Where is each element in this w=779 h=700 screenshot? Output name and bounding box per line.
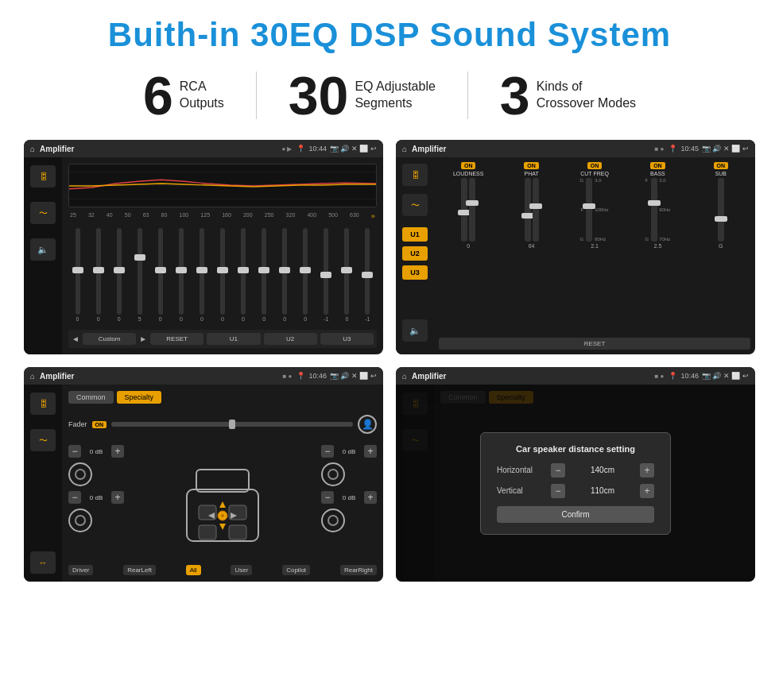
phat-on-badge[interactable]: ON: [524, 162, 539, 169]
eq-slider-13[interactable]: -1: [317, 228, 335, 322]
sub-on-badge[interactable]: ON: [714, 162, 729, 169]
screen2-eq-icon[interactable]: 🎛: [402, 164, 428, 186]
screen2-reset-btn[interactable]: RESET: [439, 338, 750, 350]
eq-slider-8[interactable]: 0: [213, 228, 231, 322]
eq-slider-11[interactable]: 0: [276, 228, 294, 322]
eq-icon-btn[interactable]: 🎛: [30, 165, 56, 188]
bass-on-badge[interactable]: ON: [650, 162, 665, 169]
stat-crossover-text: Kinds of Crossover Modes: [537, 79, 636, 112]
left-top-minus[interactable]: −: [68, 445, 81, 458]
eq-slider-6[interactable]: 0: [172, 228, 190, 322]
eq-custom-btn[interactable]: Custom: [83, 333, 136, 345]
all-btn[interactable]: All: [186, 565, 201, 575]
left-vol-top: − 0 dB +: [68, 445, 124, 458]
screen3-arrows-icon[interactable]: ↔: [30, 551, 56, 574]
eq-slider-14[interactable]: 0: [338, 228, 356, 322]
screen3-specialty-tab[interactable]: Specialty: [117, 391, 162, 404]
screen3-title: Amplifier: [40, 372, 278, 381]
svg-marker-13: [219, 524, 226, 530]
cutfreq-slider[interactable]: [586, 178, 592, 242]
rearleft-btn[interactable]: RearLeft: [123, 565, 156, 575]
right-bot-minus[interactable]: −: [321, 491, 334, 504]
screen2-time: 10:45: [680, 145, 699, 153]
eq-slider-10[interactable]: 0: [255, 228, 273, 322]
right-top-plus[interactable]: +: [364, 445, 377, 458]
screen1-sidebar: 🎛 〜 🔈: [24, 157, 62, 354]
loudness-slider2[interactable]: [469, 178, 475, 242]
eq-next-btn[interactable]: ►: [139, 335, 147, 343]
eq-slider-9[interactable]: 0: [234, 228, 253, 322]
eq-slider-5[interactable]: 0: [151, 228, 169, 322]
vertical-minus[interactable]: −: [551, 484, 565, 498]
eq-reset-btn[interactable]: RESET: [150, 333, 203, 345]
copilot-btn[interactable]: Copilot: [282, 565, 310, 575]
speaker-left-top: [68, 462, 92, 486]
loudness-slider[interactable]: [461, 178, 467, 242]
screen3-eq-icon[interactable]: 🎛: [30, 393, 56, 415]
fader-on-badge[interactable]: ON: [92, 421, 107, 428]
left-vol-bottom: − 0 dB +: [68, 491, 124, 504]
screen2-u1-btn[interactable]: U1: [402, 227, 428, 242]
fader-slider[interactable]: [111, 422, 353, 427]
screen2-speaker-icon[interactable]: 🔈: [402, 319, 428, 342]
channel-phat: ON PHAT 64: [502, 162, 560, 335]
right-top-minus[interactable]: −: [321, 445, 334, 458]
screen3-home-icon: ⌂: [30, 372, 35, 381]
eq-slider-4[interactable]: 5: [130, 228, 149, 322]
right-bot-plus[interactable]: +: [364, 491, 377, 504]
left-top-plus[interactable]: +: [111, 445, 124, 458]
wave-icon-btn[interactable]: 〜: [30, 202, 56, 224]
screen4-topbar: ⌂ Amplifier ■ ● 📍 10:46 📷 🔊 ✕ ⬜ ↩: [396, 367, 755, 385]
screen3-sidebar: 🎛 〜 ↔: [24, 385, 62, 582]
rearright-btn[interactable]: RearRight: [340, 565, 377, 575]
sub-slider[interactable]: [718, 178, 724, 242]
horizontal-plus[interactable]: +: [640, 463, 654, 478]
left-bot-plus[interactable]: +: [111, 491, 124, 504]
eq-slider-2[interactable]: 0: [89, 228, 107, 322]
vertical-row: Vertical − 110cm +: [497, 484, 654, 498]
eq-u1-btn[interactable]: U1: [207, 333, 260, 345]
eq-u3-btn[interactable]: U3: [320, 333, 374, 345]
eq-slider-7[interactable]: 0: [192, 228, 211, 322]
screen3-bottom-labels: Driver RearLeft All User Copilot RearRig…: [68, 565, 377, 575]
screen3-wave-icon[interactable]: 〜: [30, 429, 56, 451]
horizontal-minus[interactable]: −: [551, 463, 565, 478]
screen2-title: Amplifier: [412, 145, 650, 153]
screen3-common-tab[interactable]: Common: [68, 391, 114, 404]
vertical-plus[interactable]: +: [640, 484, 654, 498]
eq-slider-12[interactable]: 0: [296, 228, 315, 322]
screen3-time: 10:46: [308, 372, 327, 380]
phat-slider[interactable]: [525, 178, 531, 242]
screen2-u3-btn[interactable]: U3: [402, 265, 428, 280]
cutfreq-on-badge[interactable]: ON: [587, 162, 603, 169]
eq-u2-btn[interactable]: U2: [264, 333, 317, 345]
svg-rect-8: [199, 525, 216, 540]
user-btn[interactable]: User: [231, 565, 252, 575]
speaker-icon-btn[interactable]: 🔈: [30, 238, 56, 261]
driver-btn[interactable]: Driver: [68, 565, 93, 575]
stat-rca-number: 6: [143, 68, 173, 122]
bass-slider[interactable]: [651, 178, 657, 242]
screen4-body: 🎛 〜 Common Specialty Car speaker distanc…: [396, 385, 755, 582]
screen1-time: 10:44: [308, 145, 327, 153]
eq-slider-1[interactable]: 0: [68, 228, 87, 322]
svg-point-11: [221, 514, 224, 517]
screen2-wave-icon[interactable]: 〜: [402, 194, 428, 216]
screen2-main: ON LOUDNESS 0 ON PHAT: [434, 157, 755, 354]
car-diagram-area: − 0 dB + − 0 dB +: [68, 445, 377, 557]
screen1-eq: ⌂ Amplifier ● ▶ 📍 10:44 📷 🔊 ✕ ⬜ ↩ 🎛 〜 🔈: [24, 140, 383, 354]
eq-slider-3[interactable]: 0: [110, 228, 128, 322]
screen2-u2-btn[interactable]: U2: [402, 246, 428, 261]
confirm-button[interactable]: Confirm: [497, 506, 654, 523]
loudness-on-badge[interactable]: ON: [461, 162, 476, 169]
screen1-main: 25 32 40 50 63 80 100 125 160 200 250 32…: [62, 157, 383, 354]
eq-slider-15[interactable]: -1: [358, 228, 377, 322]
stat-crossover-number: 3: [500, 68, 530, 122]
eq-prev-btn[interactable]: ◄: [72, 335, 79, 343]
channel-loudness: ON LOUDNESS 0: [439, 162, 498, 335]
screen3-topbar: ⌂ Amplifier ■ ● 📍 10:46 📷 🔊 ✕ ⬜ ↩: [24, 367, 383, 385]
speaker-left-bottom: [68, 509, 92, 532]
page-title: Buith-in 30EQ DSP Sound System: [24, 16, 755, 54]
left-bot-minus[interactable]: −: [68, 491, 81, 504]
phat-slider2[interactable]: [533, 178, 539, 242]
